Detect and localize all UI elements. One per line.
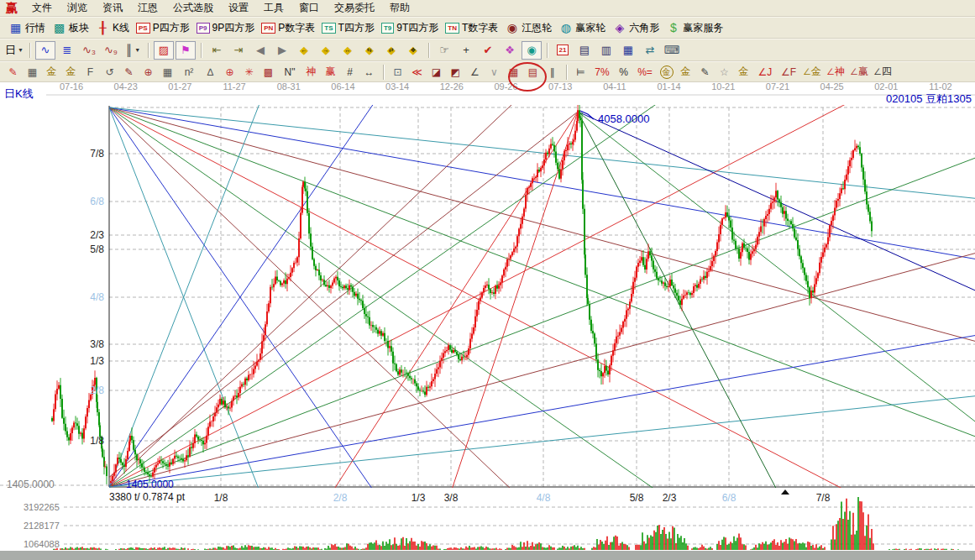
save-button[interactable]: ▦	[618, 41, 638, 60]
data-export-button[interactable]: ⇄	[640, 41, 660, 60]
angle-j-tool[interactable]: ∠J	[754, 64, 776, 80]
gold-circle-tool[interactable]: 金	[658, 64, 675, 80]
parallel-lines-tool[interactable]: ∥	[543, 64, 561, 80]
star-burst-tool[interactable]: ✳	[240, 64, 258, 80]
gann-box-tool[interactable]: ▤	[524, 64, 542, 80]
star-wave-tool[interactable]: ☆	[716, 64, 733, 80]
chart-canvas[interactable]: 07-1604-2301-2711-2708-3106-1403-1412-26…	[0, 82, 975, 560]
gold-underline-tool[interactable]: 金	[735, 64, 752, 80]
square-box-tool[interactable]: ⊡	[389, 64, 406, 80]
first-bar-button[interactable]: ⇤	[207, 41, 227, 60]
angle-f-tool[interactable]: ∠F	[778, 64, 799, 80]
market-button-9[interactable]: ◉江恩轮	[505, 21, 552, 35]
market-button-2[interactable]: ╂K线	[96, 21, 129, 35]
fit-width-button[interactable]: ◆↔	[338, 41, 358, 60]
notes-button[interactable]: ▥	[596, 41, 616, 60]
fan-in-square-2-tool[interactable]: ◩	[447, 64, 464, 80]
pan-right-button[interactable]: ◆→	[316, 41, 336, 60]
menu-item-1[interactable]: 浏览	[60, 0, 95, 15]
crosshair-button[interactable]: +	[456, 41, 476, 60]
pan-left-button[interactable]: ◆←	[294, 41, 314, 60]
candle-style-button[interactable]: ║▼	[123, 41, 143, 60]
market-button-8[interactable]: TNT数字表	[445, 21, 498, 35]
angle-four-tool[interactable]: ∠四	[872, 64, 894, 80]
f-grid-tool[interactable]: F	[81, 64, 99, 80]
market-button-5[interactable]: PNP数字表	[261, 21, 315, 35]
market-button-11[interactable]: ◈六角形	[612, 21, 659, 35]
market-button-1[interactable]: ▩板块	[52, 21, 89, 35]
gann-circle-tool[interactable]: ⊕	[221, 64, 239, 80]
menu-item-8[interactable]: 交易委托	[327, 0, 382, 15]
menu-item-3[interactable]: 江恩	[130, 0, 165, 15]
menu-item-9[interactable]: 帮助	[382, 0, 417, 15]
triangle-tool[interactable]: ∆	[202, 64, 219, 80]
grid-tool[interactable]: ▦	[24, 64, 41, 80]
square-number-tool[interactable]: n²	[178, 64, 200, 80]
pen-tool[interactable]: ✎	[4, 64, 22, 80]
time-fraction-label: 1/3	[411, 492, 426, 504]
report-button[interactable]: ≣	[57, 41, 77, 60]
shen-grid-tool[interactable]: 神	[302, 64, 320, 80]
gann-grid-tool[interactable]: ▦	[505, 64, 522, 80]
v-lines-tool[interactable]: ∨	[485, 64, 503, 80]
button-glyph: ◀	[256, 44, 265, 56]
button-glyph: 金	[739, 65, 749, 79]
circle-cycle-tool[interactable]: ⊕	[139, 64, 157, 80]
menu-item-4[interactable]: 公式选股	[165, 0, 221, 15]
gold-grid-tool-1[interactable]: 金	[43, 64, 60, 80]
scroll-left-button[interactable]: ◀	[250, 41, 270, 60]
menu-item-5[interactable]: 设置	[221, 0, 256, 15]
percent-7-tool[interactable]: 7%	[591, 64, 613, 80]
dense-grid-tool[interactable]: ▦	[159, 64, 176, 80]
level-list-tool[interactable]: ⊨	[572, 64, 590, 80]
annotate-tool[interactable]: ✎	[696, 64, 714, 80]
scroll-right-button[interactable]: ▶	[272, 41, 292, 60]
brush-tool[interactable]: ✎	[120, 64, 138, 80]
gold-grid-tool-2[interactable]: 金	[62, 64, 80, 80]
pattern-button[interactable]: ▨	[154, 41, 174, 60]
market-button-4[interactable]: P99P四方形	[197, 21, 254, 35]
pin-marker-button[interactable]: ✔	[478, 41, 498, 60]
angle-lines-tool[interactable]: ∠	[466, 64, 484, 80]
chart-area[interactable]: 07-1604-2301-2711-2708-3106-1403-1412-26…	[0, 82, 975, 560]
market-button-0[interactable]: ▦行情	[8, 21, 45, 35]
market-button-10[interactable]: ◍赢家轮	[558, 21, 605, 35]
angle-gold-tool[interactable]: ∠金	[801, 64, 823, 80]
spiral-square-tool[interactable]: ▩	[259, 64, 277, 80]
fan-in-square-tool[interactable]: ◪	[427, 64, 445, 80]
center-button[interactable]: ◆✥	[403, 41, 423, 60]
smart-analysis-button[interactable]: ◉	[522, 41, 542, 60]
calendar-button[interactable]: 21	[553, 41, 573, 60]
zoom-out-button[interactable]: ◆⇆	[359, 41, 380, 60]
market-button-3[interactable]: PSP四方形	[136, 21, 190, 35]
last-bar-button[interactable]: ⇥	[228, 41, 249, 60]
spiral-5-tool[interactable]: ↺	[101, 64, 118, 80]
percent-tool[interactable]: %	[615, 64, 632, 80]
angle-win-tool[interactable]: ∠赢	[848, 64, 870, 80]
market-button-6[interactable]: TST四方形	[322, 21, 375, 35]
width-measure-tool[interactable]: ↔	[360, 64, 378, 80]
market-button-12[interactable]: $赢家服务	[666, 21, 723, 35]
wave-3-button[interactable]: ∿₃	[79, 41, 99, 60]
percent-line-tool[interactable]: %=	[634, 64, 656, 80]
menu-item-6[interactable]: 工具	[256, 0, 291, 15]
n-wave-tool[interactable]: N"	[279, 64, 301, 80]
angle-shen-tool[interactable]: ∠神	[825, 64, 847, 80]
win-grid-tool[interactable]: 赢	[322, 64, 339, 80]
festival-button[interactable]: ❖	[500, 41, 520, 60]
gold-level-tool[interactable]: 金	[677, 64, 695, 80]
menu-item-7[interactable]: 窗口	[291, 0, 327, 15]
curve-chart-button[interactable]: ∿	[35, 41, 55, 60]
calculator-button[interactable]: ▤	[574, 41, 595, 60]
menu-item-2[interactable]: 资讯	[95, 0, 130, 15]
wave-9-button[interactable]: ∿₉	[101, 41, 121, 60]
remote-button[interactable]: ⌨	[662, 41, 682, 60]
gann-fan-tool[interactable]: ≪	[408, 64, 426, 80]
period-selector[interactable]: 日▼	[4, 41, 24, 60]
market-button-7[interactable]: T99T四方形	[381, 21, 438, 35]
flag-button[interactable]: ⚑	[176, 41, 196, 60]
zoom-in-button[interactable]: ◆⇄	[381, 41, 401, 60]
ruler-tool[interactable]: #	[341, 64, 359, 80]
hand-tool-button[interactable]: ☞	[434, 41, 454, 60]
menu-item-0[interactable]: 文件	[24, 0, 60, 15]
